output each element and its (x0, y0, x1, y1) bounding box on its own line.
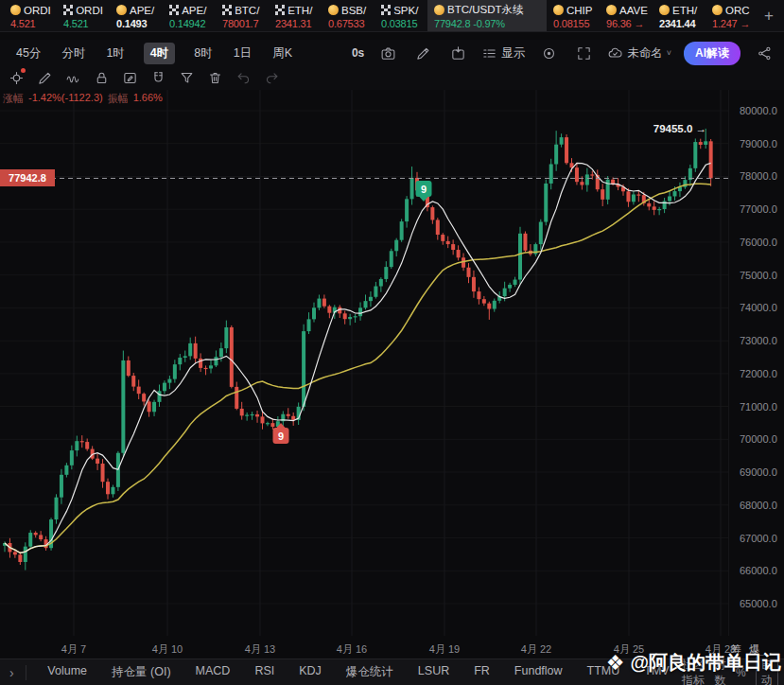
undo-button[interactable] (232, 68, 254, 89)
ticker-item-BTC/[interactable]: BTC/78001.7 (216, 0, 269, 31)
ticker-item-AAVE[interactable]: AAVE96.36 → (600, 0, 653, 31)
ticker-symbol: BSB/ (341, 5, 366, 16)
ticker-value: 77942.8 -0.97% (434, 18, 547, 29)
scale-control-社区指标[interactable]: 社区指标 (682, 657, 706, 685)
price-tick: 69000.0 (740, 466, 777, 478)
ticker-symbol: CHIP (566, 5, 592, 16)
ticker-value: 0.67533 (328, 18, 375, 29)
filter-drawings-tool[interactable] (175, 68, 198, 89)
edit-button[interactable] (411, 43, 434, 63)
ticker-value: 0.08155 (553, 18, 600, 29)
date-tick: 4月 19 (429, 642, 460, 657)
display-menu[interactable]: 显示 (481, 45, 525, 61)
settings-button[interactable] (537, 43, 560, 63)
session-stats: 涨幅 -1.42%(-1122.3) 振幅 1.66% (3, 92, 163, 106)
toolbar-right: 0s 显示 (352, 42, 784, 65)
ticker-item-ETH/[interactable]: ETH/2341.31 (269, 0, 322, 31)
scale-control-%[interactable]: % (736, 666, 746, 679)
price-tick: 76000.0 (740, 237, 777, 248)
indicator-tab-Volume[interactable]: Volume (35, 664, 99, 680)
timeframe-tab-分时[interactable]: 分时 (51, 42, 96, 65)
delete-drawings-tool[interactable] (203, 68, 226, 89)
ticker-item-ORDI[interactable]: ORDI4.521 (57, 0, 110, 31)
magnet-tool[interactable] (147, 68, 169, 89)
liquidation-toggle[interactable]: 爆 (749, 642, 759, 657)
indicator-tab-LSUR[interactable]: LSUR (406, 664, 462, 680)
indicator-tab-TTMU[interactable]: TTMU (575, 664, 633, 680)
chips-toggle[interactable]: 筹 (731, 642, 741, 657)
date-axis[interactable]: 4月 74月 104月 134月 164月 194月 224月 254月 28 (0, 636, 728, 659)
ticker-item-SPK/[interactable]: SPK/0.03815 (375, 0, 427, 31)
ticker-item-BTC/USDT永续[interactable]: BTC/USDT永续77942.8 -0.97% (427, 0, 547, 31)
price-tick: 75000.0 (740, 270, 777, 281)
chart-area[interactable]: 79455.0 →99 涨幅 -1.42%(-1122.3) 振幅 1.66% (0, 90, 728, 636)
okx-grid-icon (169, 5, 179, 14)
price-tick: 70000.0 (740, 433, 777, 445)
price-tick: 74000.0 (740, 302, 777, 313)
ticker-item-ORC[interactable]: ORC1.247 → (706, 0, 758, 31)
ticker-value: 96.36 → (606, 18, 653, 29)
share-button[interactable] (753, 43, 775, 63)
price-axis[interactable]: 65000.066000.067000.068000.069000.070000… (728, 90, 784, 636)
add-pane-button[interactable] (446, 43, 469, 63)
indicator-tab-爆仓统计[interactable]: 爆仓统计 (334, 664, 406, 680)
indicator-tabs: Volume持仓量 (OI)MACDRSIKDJ爆仓统计LSURFRFundfl… (35, 664, 681, 680)
ticker-item-APE/[interactable]: APE/0.14942 (163, 0, 216, 31)
timeframe-tab-45分[interactable]: 45分 (6, 42, 51, 65)
scale-control-对数[interactable]: 对数 (715, 657, 726, 685)
ai-analysis-button[interactable]: AI解读 (684, 42, 740, 65)
ticker-item-APE/[interactable]: APE/0.1493 (110, 0, 163, 31)
indicator-tab-FR[interactable]: FR (462, 664, 502, 680)
ticker-symbol: ETH/ (287, 5, 312, 16)
indicator-tab-RSI[interactable]: RSI (242, 664, 287, 680)
ticker-symbol: ETH/ (672, 5, 697, 16)
price-tick: 80000.0 (740, 105, 777, 116)
gold-coin-icon (116, 5, 127, 15)
ticker-item-CHIP[interactable]: CHIP0.08155 (547, 0, 600, 31)
indicator-tab-TMV[interactable]: TMV (632, 664, 681, 680)
price-tick: 79000.0 (740, 138, 777, 149)
timeframe-tab-8时[interactable]: 8时 (183, 42, 222, 65)
timeframe-tab-周K[interactable]: 周K (262, 42, 303, 65)
trading-app: ORDI4.521ORDI4.521APE/0.1493APE/0.14942B… (0, 0, 784, 685)
amplitude-label: 振幅 (108, 92, 129, 106)
timeframe-tab-1日[interactable]: 1日 (223, 42, 262, 65)
price-tick: 67000.0 (740, 533, 777, 544)
price-tick: 78000.0 (740, 170, 777, 182)
expand-indicators-chevron[interactable]: › (0, 665, 26, 680)
td-sequential-9-marker: 9 (421, 184, 427, 195)
crosshair-tool[interactable] (5, 68, 27, 89)
ticker-symbol: SPK/ (393, 5, 418, 16)
draw-line-tool[interactable] (33, 68, 56, 89)
redo-button[interactable] (260, 68, 283, 89)
indicator-tab-Fundflow[interactable]: Fundflow (502, 664, 575, 680)
indicator-tab-KDJ[interactable]: KDJ (287, 664, 334, 680)
timeframe-tab-4时[interactable]: 4时 (144, 43, 175, 64)
screenshot-button[interactable] (376, 43, 399, 63)
lock-drawings-tool[interactable] (90, 68, 113, 89)
ticker-value: 2341.31 (275, 18, 322, 29)
chevron-down-icon: ˅ (667, 48, 671, 58)
layout-menu[interactable]: 未命名 ˅ (607, 45, 671, 61)
cloud-check-icon (607, 45, 623, 61)
fullscreen-button[interactable] (572, 43, 595, 63)
ticker-item-BSB/[interactable]: BSB/0.67533 (322, 0, 375, 31)
timeframe-tabs: 45分分时1时4时8时1日周K (0, 42, 303, 65)
price-tick: 73000.0 (740, 335, 777, 346)
indicator-tab-持仓量 (OI)[interactable]: 持仓量 (OI) (99, 664, 183, 680)
price-tick: 72000.0 (740, 368, 777, 379)
note-tool[interactable] (118, 68, 141, 89)
add-symbol-button[interactable]: + (758, 7, 779, 25)
timeframe-tab-1时[interactable]: 1时 (96, 42, 134, 65)
indicator-tab-MACD[interactable]: MACD (183, 664, 243, 680)
gold-coin-icon (659, 5, 670, 15)
freehand-tool[interactable] (61, 68, 84, 89)
date-tick: 4月 16 (337, 642, 367, 657)
ticker-item-ORDI[interactable]: ORDI4.521 (4, 0, 57, 31)
magnet-icon (150, 70, 166, 86)
scale-control-自动[interactable]: 自动 (756, 655, 778, 685)
gold-coin-icon (328, 5, 339, 15)
layout-name-label: 未命名 (627, 45, 663, 61)
ticker-value: 4.521 (63, 18, 110, 29)
ticker-item-ETH/[interactable]: ETH/2341.44 (653, 0, 706, 31)
